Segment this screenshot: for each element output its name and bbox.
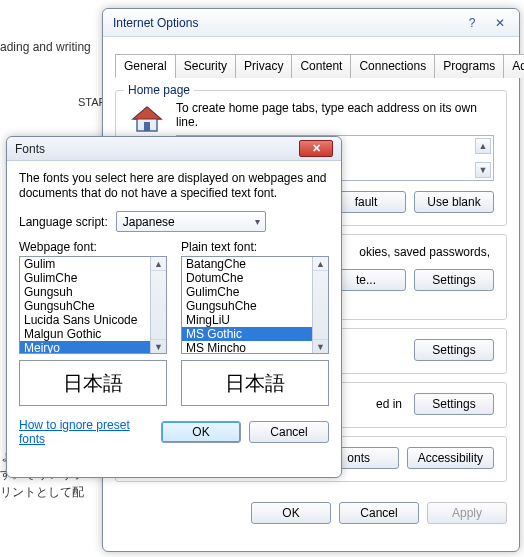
textarea-scrollbar[interactable]: ▲ ▼ xyxy=(475,138,491,178)
scroll-up-icon[interactable]: ▲ xyxy=(475,138,491,154)
close-button[interactable]: ✕ xyxy=(299,140,333,157)
list-item[interactable]: Gungsuh xyxy=(20,285,150,299)
tabstrip: General Security Privacy Content Connect… xyxy=(115,53,507,78)
scroll-up-icon[interactable]: ▲ xyxy=(313,257,328,271)
bg-text: ading and writing xyxy=(0,40,91,54)
webpage-font-listbox[interactable]: Gulim GulimChe Gungsuh GungsuhChe Lucida… xyxy=(19,256,167,354)
cancel-button[interactable]: Cancel xyxy=(249,421,329,443)
homepage-instructions: To create home page tabs, type each addr… xyxy=(176,101,494,129)
svg-rect-1 xyxy=(144,122,150,131)
list-item[interactable]: MS Mincho xyxy=(182,341,312,354)
list-item[interactable]: GulimChe xyxy=(182,285,312,299)
bg-jp-line: リントとして配 xyxy=(0,483,84,501)
window-titlebar: Internet Options ? ✕ xyxy=(103,9,519,37)
list-item[interactable]: Gulim xyxy=(20,257,150,271)
settings-button[interactable]: Settings xyxy=(414,269,494,291)
listbox-scrollbar[interactable]: ▲ ▼ xyxy=(312,257,328,353)
plaintext-font-preview: 日本語 xyxy=(181,360,329,406)
home-icon xyxy=(128,101,166,139)
plaintext-font-label: Plain text font: xyxy=(181,240,329,254)
scroll-down-icon[interactable]: ▼ xyxy=(313,339,328,353)
plaintext-font-listbox[interactable]: BatangChe DotumChe GulimChe GungsuhChe M… xyxy=(181,256,329,354)
scroll-down-icon[interactable]: ▼ xyxy=(151,339,166,353)
list-item[interactable]: DotumChe xyxy=(182,271,312,285)
webpage-font-preview: 日本語 xyxy=(19,360,167,406)
close-button[interactable]: ✕ xyxy=(491,16,509,30)
language-script-select[interactable]: Japanese xyxy=(116,211,266,232)
tab-security[interactable]: Security xyxy=(175,54,236,78)
ok-button[interactable]: OK xyxy=(161,421,241,443)
accessibility-button[interactable]: Accessibility xyxy=(407,447,494,469)
help-button[interactable]: ? xyxy=(463,16,481,30)
group-legend: Home page xyxy=(124,83,194,97)
ignore-preset-fonts-link[interactable]: How to ignore preset fonts xyxy=(19,418,153,446)
list-item[interactable]: MS Gothic xyxy=(182,327,312,341)
tab-programs[interactable]: Programs xyxy=(434,54,504,78)
webpage-font-label: Webpage font: xyxy=(19,240,167,254)
cancel-button[interactable]: Cancel xyxy=(339,502,419,524)
tab-general[interactable]: General xyxy=(115,54,176,78)
svg-marker-2 xyxy=(133,107,161,119)
scroll-down-icon[interactable]: ▼ xyxy=(475,162,491,178)
list-item[interactable]: GungsuhChe xyxy=(20,299,150,313)
window-title: Internet Options xyxy=(113,16,198,30)
ok-button[interactable]: OK xyxy=(251,502,331,524)
tab-advanced[interactable]: Advanced xyxy=(503,54,524,78)
list-item[interactable]: Lucida Sans Unicode xyxy=(20,313,150,327)
window-title: Fonts xyxy=(15,142,45,156)
language-script-label: Language script: xyxy=(19,215,108,229)
language-script-value: Japanese xyxy=(123,215,175,229)
settings-button[interactable]: Settings xyxy=(414,393,494,415)
dialog-description: The fonts you select here are displayed … xyxy=(19,171,329,201)
fonts-dialog: Fonts ✕ The fonts you select here are di… xyxy=(6,136,342,478)
tabs-text: ed in xyxy=(376,397,402,411)
settings-button[interactable]: Settings xyxy=(414,339,494,361)
list-item[interactable]: GungsuhChe xyxy=(182,299,312,313)
list-item[interactable]: Malgun Gothic xyxy=(20,327,150,341)
list-item[interactable]: MingLiU xyxy=(182,313,312,327)
apply-button[interactable]: Apply xyxy=(427,502,507,524)
use-blank-button[interactable]: Use blank xyxy=(414,191,494,213)
scroll-up-icon[interactable]: ▲ xyxy=(151,257,166,271)
list-item[interactable]: BatangChe xyxy=(182,257,312,271)
tab-privacy[interactable]: Privacy xyxy=(235,54,292,78)
tab-content[interactable]: Content xyxy=(291,54,351,78)
tab-connections[interactable]: Connections xyxy=(350,54,435,78)
list-item[interactable]: GulimChe xyxy=(20,271,150,285)
list-item[interactable]: Meiryo xyxy=(20,341,150,354)
window-titlebar: Fonts ✕ xyxy=(7,137,341,161)
listbox-scrollbar[interactable]: ▲ ▼ xyxy=(150,257,166,353)
